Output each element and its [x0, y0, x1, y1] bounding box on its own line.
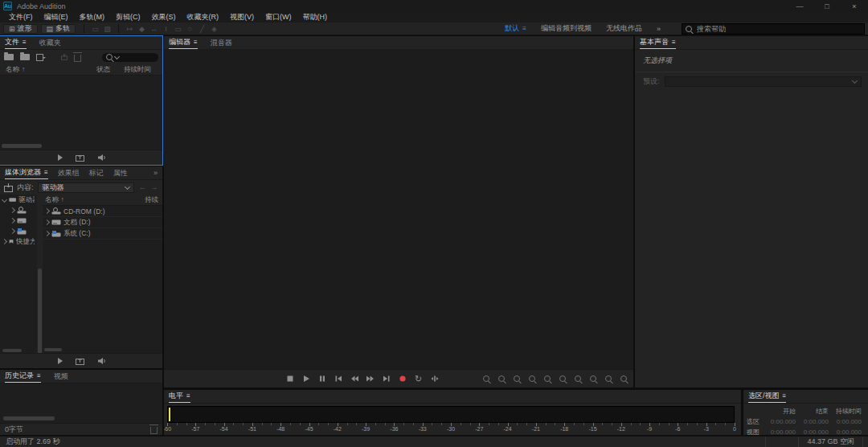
tab-selection-view[interactable]: 选区/视图 ≡	[748, 391, 786, 403]
column-name[interactable]: 名称 ↑	[45, 195, 64, 205]
workspace-tab-edit-audio-to-video[interactable]: 编辑音频到视频	[541, 23, 592, 34]
preview-play-icon[interactable]	[58, 358, 63, 364]
open-file-icon[interactable]	[4, 54, 14, 60]
zoom-to-selection-button[interactable]	[542, 375, 553, 382]
reset-zoom-button[interactable]	[603, 375, 614, 382]
workspace-menu-icon[interactable]: ≡	[522, 25, 526, 32]
menu-item-window[interactable]: 窗口(W)	[260, 12, 297, 23]
record-button[interactable]	[397, 373, 407, 384]
panel-menu-icon[interactable]: ≡	[23, 39, 27, 46]
files-hscrollbar-thumb[interactable]	[2, 144, 42, 148]
tab-video[interactable]: 视频	[54, 371, 68, 383]
history-hscrollbar-thumb[interactable]	[3, 416, 55, 420]
zoom-out-amplitude-button[interactable]	[496, 375, 507, 382]
panel-menu-icon[interactable]: ≡	[783, 392, 787, 400]
tree-vscrollbar[interactable]	[37, 195, 43, 353]
tree-vscrollbar-thumb[interactable]	[38, 269, 42, 353]
menu-item-view[interactable]: 视图(V)	[224, 12, 260, 23]
close-button[interactable]: ×	[841, 2, 868, 10]
zoom-full-button[interactable]	[618, 375, 629, 382]
pencil-tool-icon[interactable]: ╱	[196, 25, 208, 33]
waveform-display-icon[interactable]: ▭	[89, 25, 101, 33]
loop-playback-button[interactable]: ↻	[413, 373, 424, 384]
zoom-selection-button[interactable]	[588, 375, 599, 382]
zoom-in-time-button[interactable]	[511, 375, 522, 382]
rewind-button[interactable]	[349, 373, 359, 384]
tab-essential-sound[interactable]: 基本声音 ≡	[640, 37, 676, 49]
twisty-closed-icon[interactable]	[44, 219, 50, 225]
zoom-in-in-point-button[interactable]	[557, 375, 568, 382]
move-tool-icon[interactable]: ↦	[124, 25, 136, 33]
help-search-box[interactable]	[682, 23, 865, 35]
column-duration[interactable]: 持续	[145, 195, 160, 205]
play-button[interactable]	[301, 373, 311, 384]
workspace-tab-default[interactable]: 默认 ≡	[505, 23, 526, 34]
tree-item-system[interactable]	[0, 226, 37, 236]
preset-dropdown[interactable]	[665, 76, 862, 87]
zoom-in-amplitude-button[interactable]	[481, 375, 492, 382]
tree-item-cdrom[interactable]	[0, 205, 37, 215]
list-item-system[interactable]: 系统 (C:)	[43, 228, 162, 240]
tab-editor[interactable]: 编辑器 ≡	[169, 37, 198, 49]
list-item-documents[interactable]: 文档 (D:)	[43, 217, 162, 228]
waveform-view-button[interactable]: ⊞ 波形	[3, 24, 38, 34]
tab-mixer[interactable]: 混音器	[211, 37, 232, 49]
files-list-area[interactable]	[0, 76, 162, 150]
stop-button[interactable]	[285, 373, 295, 384]
panel-menu-icon[interactable]: ≡	[37, 372, 41, 379]
menu-item-effects[interactable]: 效果(S)	[146, 12, 182, 23]
multitrack-view-button[interactable]: ▤ 多轨	[41, 24, 76, 34]
tree-item-drives[interactable]: 驱动器	[0, 195, 37, 205]
tab-media-browser[interactable]: 媒体浏览器 ≡	[5, 167, 48, 179]
twisty-closed-icon[interactable]	[44, 208, 50, 214]
workspace-tab-radio-production[interactable]: 无线电作品	[606, 23, 642, 34]
panel-menu-icon[interactable]: ≡	[44, 169, 48, 176]
twisty-closed-icon[interactable]	[10, 228, 15, 234]
twisty-closed-icon[interactable]	[44, 231, 50, 236]
column-duration[interactable]: 持续时间	[124, 65, 162, 75]
list-item-cdrom[interactable]: CD-ROM (D:)	[43, 206, 162, 217]
skip-to-end-button[interactable]	[381, 373, 391, 384]
skip-selection-button[interactable]	[429, 373, 440, 384]
import-file-icon[interactable]	[20, 54, 30, 60]
tab-files[interactable]: 文件 ≡	[5, 37, 27, 49]
media-tree[interactable]: 驱动器 快捷方式	[0, 195, 37, 353]
workspace-overflow-button[interactable]: »	[657, 25, 661, 33]
panel-menu-icon[interactable]: ≡	[186, 392, 190, 400]
minimize-button[interactable]: —	[786, 2, 813, 10]
pause-button[interactable]	[317, 373, 327, 384]
slip-tool-icon[interactable]: ↔	[148, 25, 160, 33]
auto-play-speaker-icon[interactable]	[97, 154, 107, 162]
skip-to-start-button[interactable]	[333, 373, 343, 384]
brush-selection-tool-icon[interactable]: ◈	[208, 25, 220, 33]
menu-item-favorites[interactable]: 收藏夹(R)	[182, 12, 225, 23]
panel-menu-icon[interactable]: ≡	[672, 39, 676, 46]
maximize-button[interactable]: □	[813, 2, 841, 10]
help-search-input[interactable]	[695, 24, 861, 34]
content-dropdown[interactable]: 驱动器	[38, 182, 134, 193]
fast-forward-button[interactable]	[365, 373, 375, 384]
tab-effects-rack[interactable]: 效果组	[58, 167, 80, 179]
editor-canvas[interactable]	[164, 50, 633, 369]
tab-markers[interactable]: 标记	[89, 167, 104, 179]
menu-item-multitrack[interactable]: 多轨(M)	[74, 12, 111, 23]
zoom-out-time-button[interactable]	[526, 375, 538, 382]
panel-menu-icon[interactable]: ≡	[194, 39, 198, 46]
column-name[interactable]: 名称↑	[0, 65, 96, 75]
auto-play-speaker-icon[interactable]	[97, 357, 107, 365]
menu-item-clip[interactable]: 剪辑(C)	[110, 12, 146, 23]
menu-item-edit[interactable]: 编辑(E)	[39, 12, 74, 23]
loop-playback-icon[interactable]	[76, 154, 84, 162]
tree-item-shortcuts[interactable]: 快捷方式	[0, 236, 37, 247]
menu-item-file[interactable]: 文件(F)	[3, 12, 39, 23]
lasso-selection-tool-icon[interactable]: ○	[184, 25, 196, 33]
tree-item-documents[interactable]	[0, 215, 37, 226]
list-hscrollbar-thumb[interactable]	[44, 348, 62, 351]
forward-button[interactable]: →	[150, 183, 158, 191]
tab-properties[interactable]: 属性	[113, 167, 128, 179]
spectral-display-icon[interactable]: ▨	[101, 25, 113, 33]
loop-playback-icon[interactable]	[76, 357, 84, 365]
panel-overflow-button[interactable]: »	[154, 169, 158, 177]
clear-history-icon[interactable]	[150, 427, 158, 434]
tab-levels[interactable]: 电平 ≡	[169, 391, 190, 403]
